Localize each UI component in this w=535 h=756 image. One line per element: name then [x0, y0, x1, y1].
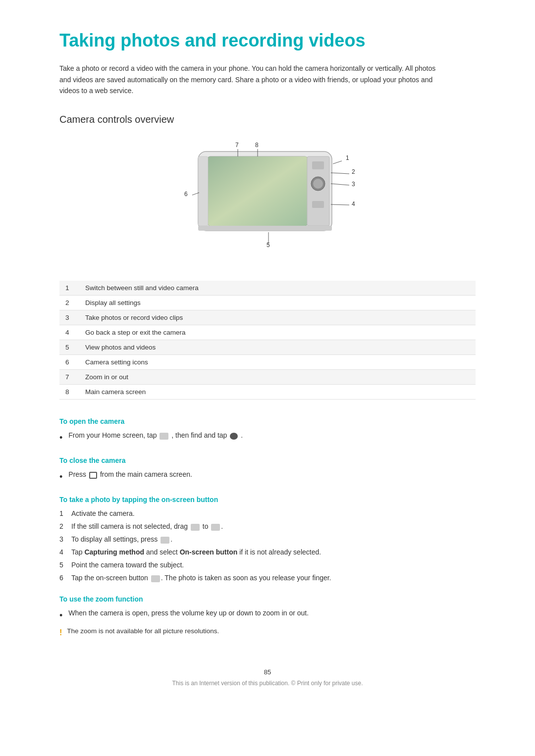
- control-desc: Zoom in or out: [79, 370, 476, 385]
- camera-svg: 1 2 3 4 5 6 7 8: [159, 139, 376, 253]
- svg-text:1: 1: [346, 154, 349, 161]
- list-item: 6Tap the on-screen button . The photo is…: [59, 573, 476, 583]
- step-text: Activate the camera.: [71, 508, 135, 519]
- control-desc: Switch between still and video camera: [79, 281, 476, 296]
- list-item: 2If the still camera is not selected, dr…: [59, 521, 476, 532]
- svg-rect-8: [198, 156, 208, 226]
- control-num: 6: [59, 355, 79, 370]
- svg-line-11: [333, 161, 342, 164]
- footer-note: This is an Internet version of this publ…: [59, 680, 476, 687]
- zoom-bullet: • When the camera is open, press the vol…: [59, 608, 476, 622]
- svg-text:8: 8: [255, 142, 259, 149]
- svg-line-17: [331, 204, 349, 205]
- section-take-header: To take a photo by tapping the on-screen…: [59, 496, 476, 504]
- svg-line-13: [331, 173, 349, 174]
- step-num: 4: [59, 547, 71, 557]
- svg-rect-6: [312, 161, 324, 169]
- list-item: 4Tap Capturing method and select On-scre…: [59, 547, 476, 557]
- svg-line-15: [331, 184, 349, 185]
- svg-text:2: 2: [352, 168, 355, 175]
- svg-text:7: 7: [235, 142, 239, 149]
- control-desc: Take photos or record video clips: [79, 310, 476, 325]
- control-num: 7: [59, 370, 79, 385]
- overview-heading: Camera controls overview: [59, 114, 476, 125]
- drag-target-icon: [211, 524, 220, 531]
- page-number: 85: [59, 668, 476, 676]
- step-text: If the still camera is not selected, dra…: [71, 521, 223, 532]
- control-desc: Camera setting icons: [79, 355, 476, 370]
- bullet-dot-open: •: [59, 431, 62, 445]
- camera-diagram: 1 2 3 4 5 6 7 8: [59, 139, 476, 263]
- step-num: 5: [59, 560, 71, 570]
- control-desc: Display all settings: [79, 296, 476, 310]
- bullet-dot-close: •: [59, 470, 62, 484]
- table-row: 4Go back a step or exit the camera: [59, 325, 476, 340]
- section-open-header: To open the camera: [59, 417, 476, 425]
- table-row: 8Main camera screen: [59, 385, 476, 400]
- control-num: 5: [59, 340, 79, 355]
- control-num: 1: [59, 281, 79, 296]
- control-num: 2: [59, 296, 79, 310]
- list-item: 3To display all settings, press .: [59, 534, 476, 545]
- svg-text:5: 5: [267, 242, 270, 249]
- camera-icon: [230, 433, 238, 440]
- control-num: 4: [59, 325, 79, 340]
- section-zoom-header: To use the zoom function: [59, 595, 476, 603]
- note-icon: !: [59, 627, 62, 639]
- step-text: To display all settings, press .: [71, 534, 172, 545]
- step-num: 6: [59, 573, 71, 583]
- control-desc: Main camera screen: [79, 385, 476, 400]
- settings-icon: [160, 537, 169, 544]
- table-row: 7Zoom in or out: [59, 370, 476, 385]
- page-title: Taking photos and recording videos: [59, 30, 476, 51]
- svg-point-5: [313, 179, 323, 189]
- open-camera-text: From your Home screen, tap , then find a…: [68, 430, 243, 441]
- bullet-dot-zoom: •: [59, 609, 62, 622]
- step-num: 1: [59, 508, 71, 519]
- zoom-note: ! The zoom is not available for all pict…: [59, 626, 476, 639]
- table-row: 5View photos and videos: [59, 340, 476, 355]
- table-row: 2Display all settings: [59, 296, 476, 310]
- close-camera-bullet: • Press from the main camera screen.: [59, 469, 476, 484]
- drag-icon: [191, 524, 200, 531]
- section-close-header: To close the camera: [59, 456, 476, 464]
- zoom-note-text: The zoom is not available for all pictur…: [67, 626, 219, 636]
- controls-table: 1Switch between still and video camera2D…: [59, 281, 476, 400]
- onscreen-btn-icon: [151, 575, 160, 582]
- svg-text:3: 3: [352, 181, 355, 188]
- table-row: 3Take photos or record video clips: [59, 310, 476, 325]
- table-row: 1Switch between still and video camera: [59, 281, 476, 296]
- svg-rect-7: [312, 201, 324, 208]
- svg-text:4: 4: [352, 201, 355, 207]
- page-footer: 85 This is an Internet version of this p…: [59, 668, 476, 687]
- control-num: 3: [59, 310, 79, 325]
- control-desc: Go back a step or exit the camera: [79, 325, 476, 340]
- step-num: 2: [59, 521, 71, 532]
- list-item: 1Activate the camera.: [59, 508, 476, 519]
- open-camera-bullet: • From your Home screen, tap , then find…: [59, 430, 476, 445]
- svg-text:6: 6: [184, 191, 188, 198]
- take-photo-steps: 1Activate the camera.2If the still camer…: [59, 508, 476, 583]
- svg-rect-2: [208, 156, 307, 226]
- zoom-text: When the camera is open, press the volum…: [68, 608, 309, 618]
- control-num: 8: [59, 385, 79, 400]
- step-num: 3: [59, 534, 71, 545]
- menu-icon: [160, 433, 168, 440]
- control-desc: View photos and videos: [79, 340, 476, 355]
- step-text: Tap the on-screen button . The photo is …: [71, 573, 331, 583]
- svg-rect-9: [198, 226, 332, 231]
- intro-paragraph: Take a photo or record a video with the …: [59, 63, 436, 96]
- back-icon: [89, 472, 97, 479]
- list-item: 5Point the camera toward the subject.: [59, 560, 476, 570]
- close-camera-text: Press from the main camera screen.: [68, 469, 192, 480]
- step-text: Tap Capturing method and select On-scree…: [71, 547, 321, 557]
- step-text: Point the camera toward the subject.: [71, 560, 184, 570]
- table-row: 6Camera setting icons: [59, 355, 476, 370]
